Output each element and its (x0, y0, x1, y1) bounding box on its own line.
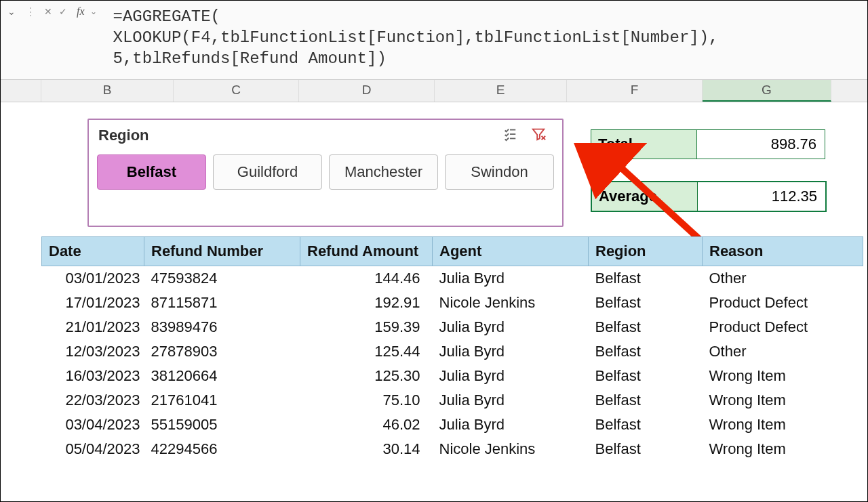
cell-date[interactable]: 03/04/2023 (42, 413, 144, 437)
cell-agent[interactable]: Nicole Jenkins (433, 437, 589, 461)
fx-dropdown-icon[interactable]: ⌄ (90, 7, 102, 16)
cancel-icon[interactable]: ✕ (43, 6, 54, 17)
cell-amount[interactable]: 75.10 (300, 388, 433, 413)
col-header-e[interactable]: E (435, 80, 567, 102)
cell-reason[interactable]: Wrong Item (703, 437, 863, 461)
cell-agent[interactable]: Julia Byrd (433, 364, 589, 388)
slicer-btn-belfast[interactable]: Belfast (97, 154, 206, 190)
total-summary: Total 898.76 (591, 129, 825, 159)
cell-agent[interactable]: Julia Byrd (433, 388, 589, 413)
cell-refnum[interactable]: 55159005 (144, 413, 300, 437)
cell-reason[interactable]: Other (703, 266, 863, 291)
th-reason[interactable]: Reason (703, 236, 863, 266)
cell-reason[interactable]: Other (703, 339, 863, 364)
table-row[interactable]: 03/04/20235515900546.02Julia ByrdBelfast… (42, 413, 863, 437)
cell-date[interactable]: 12/03/2023 (42, 339, 144, 364)
cell-refnum[interactable]: 27878903 (144, 339, 300, 364)
cell-region[interactable]: Belfast (589, 413, 703, 437)
th-date[interactable]: Date (42, 236, 144, 266)
table-row[interactable]: 16/03/202338120664125.30Julia ByrdBelfas… (42, 364, 863, 388)
cell-refnum[interactable]: 87115871 (144, 291, 300, 315)
total-label-cell[interactable]: Total (591, 130, 697, 159)
cell-region[interactable]: Belfast (589, 437, 703, 461)
region-slicer[interactable]: Region Belfast Guildford Manchester Swin… (87, 119, 564, 227)
separator: ⋮ (22, 5, 39, 18)
average-summary: Average 112.35 (591, 181, 827, 212)
cell-amount[interactable]: 144.46 (300, 266, 433, 291)
worksheet-grid[interactable]: Region Belfast Guildford Manchester Swin… (1, 102, 867, 119)
formula-line-2: XLOOKUP(F4,tblFunctionList[Function],tbl… (113, 28, 719, 47)
table-row[interactable]: 17/01/202387115871192.91Nicole JenkinsBe… (42, 291, 863, 315)
formula-input[interactable]: =AGGREGATE( XLOOKUP(F4,tblFunctionList[F… (106, 2, 867, 77)
col-header-d[interactable]: D (299, 80, 435, 102)
col-header-f[interactable]: F (567, 80, 703, 102)
th-amount[interactable]: Refund Amount (300, 236, 433, 266)
cell-agent[interactable]: Julia Byrd (433, 315, 589, 339)
cell-region[interactable]: Belfast (589, 291, 703, 315)
cell-region[interactable]: Belfast (589, 266, 703, 291)
cell-refnum[interactable]: 38120664 (144, 364, 300, 388)
cell-amount[interactable]: 159.39 (300, 315, 433, 339)
slicer-btn-guildford[interactable]: Guildford (213, 154, 322, 190)
formula-line-3: 5,tblRefunds[Refund Amount]) (113, 49, 387, 68)
cell-refnum[interactable]: 47593824 (144, 266, 300, 291)
table-row[interactable]: 03/01/202347593824144.46Julia ByrdBelfas… (42, 266, 863, 291)
cell-amount[interactable]: 30.14 (300, 437, 433, 461)
namebox-dropdown[interactable]: ⌄ (5, 5, 18, 18)
cell-date[interactable]: 22/03/2023 (42, 388, 144, 413)
cell-date[interactable]: 17/01/2023 (42, 291, 144, 315)
slicer-btn-swindon[interactable]: Swindon (445, 154, 554, 190)
cell-agent[interactable]: Nicole Jenkins (433, 291, 589, 315)
cell-refnum[interactable]: 83989476 (144, 315, 300, 339)
clear-filter-icon[interactable] (524, 127, 553, 145)
cell-date[interactable]: 16/03/2023 (42, 364, 144, 388)
cell-refnum[interactable]: 21761041 (144, 388, 300, 413)
formula-bar: ⌄ ⋮ ✕ ✓ fx ⌄ =AGGREGATE( XLOOKUP(F4,tblF… (1, 1, 867, 80)
cell-reason[interactable]: Wrong Item (703, 388, 863, 413)
column-headers: B C D E F G (1, 80, 867, 102)
cell-date[interactable]: 21/01/2023 (42, 315, 144, 339)
formula-line-1: =AGGREGATE( (113, 7, 220, 26)
namebox-controls: ⌄ ⋮ ✕ ✓ fx ⌄ (1, 2, 106, 21)
cell-region[interactable]: Belfast (589, 315, 703, 339)
cell-amount[interactable]: 46.02 (300, 413, 433, 437)
th-agent[interactable]: Agent (433, 236, 589, 266)
cell-amount[interactable]: 125.44 (300, 339, 433, 364)
col-header-b[interactable]: B (41, 80, 174, 102)
table-row[interactable]: 22/03/20232176104175.10Julia ByrdBelfast… (42, 388, 863, 413)
table-row[interactable]: 21/01/202383989476159.39Julia ByrdBelfas… (42, 315, 863, 339)
col-header-g[interactable]: G (703, 80, 831, 102)
cell-refnum[interactable]: 42294566 (144, 437, 300, 461)
total-value-cell[interactable]: 898.76 (697, 130, 825, 159)
th-refnum[interactable]: Refund Number (144, 236, 300, 266)
th-region[interactable]: Region (589, 236, 703, 266)
table-row[interactable]: 12/03/202327878903125.44Julia ByrdBelfas… (42, 339, 863, 364)
cell-date[interactable]: 05/04/2023 (42, 437, 144, 461)
multi-select-icon[interactable] (496, 127, 524, 145)
fx-icon[interactable]: fx (73, 5, 86, 18)
cell-amount[interactable]: 192.91 (300, 291, 433, 315)
slicer-title: Region (98, 127, 496, 144)
cell-agent[interactable]: Julia Byrd (433, 413, 589, 437)
cell-reason[interactable]: Product Defect (703, 315, 863, 339)
cell-agent[interactable]: Julia Byrd (433, 266, 589, 291)
col-header-blank2[interactable] (831, 80, 868, 102)
col-header-blank[interactable] (1, 80, 41, 102)
cell-reason[interactable]: Product Defect (703, 291, 863, 315)
refunds-table: Date Refund Number Refund Amount Agent R… (41, 236, 863, 461)
table-row[interactable]: 05/04/20234229456630.14Nicole JenkinsBel… (42, 437, 863, 461)
cell-region[interactable]: Belfast (589, 339, 703, 364)
slicer-btn-manchester[interactable]: Manchester (329, 154, 438, 190)
cell-reason[interactable]: Wrong Item (703, 364, 863, 388)
average-value-cell[interactable]: 112.35 (698, 182, 825, 211)
cell-region[interactable]: Belfast (589, 364, 703, 388)
average-label-cell[interactable]: Average (592, 182, 698, 211)
accept-icon[interactable]: ✓ (58, 6, 68, 17)
cell-region[interactable]: Belfast (589, 388, 703, 413)
col-header-c[interactable]: C (174, 80, 299, 102)
cell-reason[interactable]: Wrong Item (703, 413, 863, 437)
cell-amount[interactable]: 125.30 (300, 364, 433, 388)
cell-date[interactable]: 03/01/2023 (42, 266, 144, 291)
cell-agent[interactable]: Julia Byrd (433, 339, 589, 364)
